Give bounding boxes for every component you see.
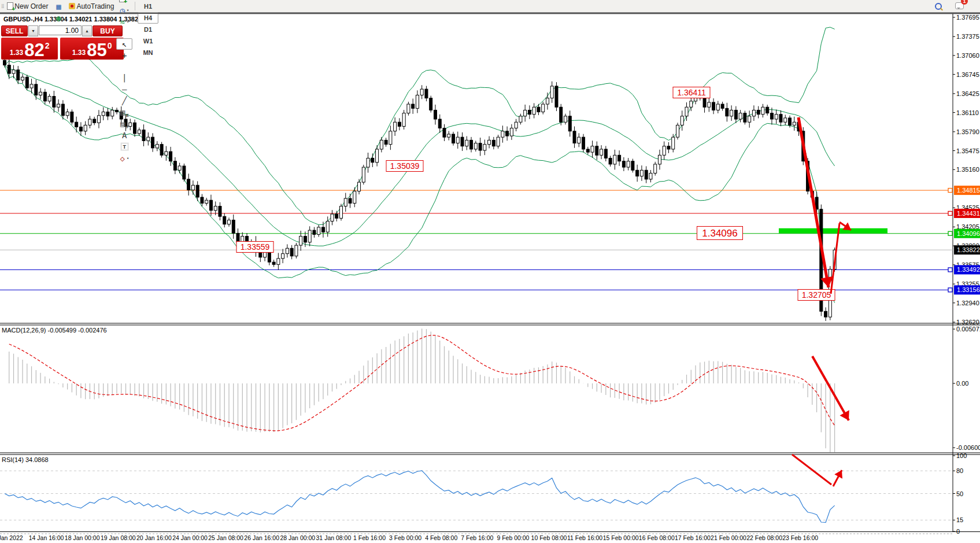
- search-icon[interactable]: [935, 3, 942, 10]
- svg-text:0: 0: [956, 528, 960, 535]
- indicators-icon[interactable]: ≈▾: [116, 16, 132, 28]
- autotrading-icon: [69, 3, 75, 9]
- drawn-arrow-6[interactable]: [833, 470, 842, 486]
- svg-text:18 Jan 00:00: 18 Jan 00:00: [65, 534, 100, 541]
- key-level-highlight[interactable]: [779, 228, 887, 234]
- rsi-pane[interactable]: [0, 471, 953, 523]
- new-order-icon: [7, 2, 13, 10]
- autotrading-button[interactable]: AutoTrading: [66, 1, 116, 12]
- svg-text:14 Jan 16:00: 14 Jan 16:00: [29, 534, 64, 541]
- macd-pane[interactable]: [9, 328, 835, 453]
- svg-text:17 Feb 16:00: 17 Feb 16:00: [675, 534, 711, 541]
- vertical-line-icon[interactable]: |: [116, 72, 132, 83]
- svg-text:1.36411: 1.36411: [677, 88, 706, 97]
- price-callout-1.35039[interactable]: 1.35039: [386, 161, 423, 172]
- svg-text:24 Jan 00:00: 24 Jan 00:00: [172, 534, 208, 541]
- channel-icon[interactable]: ▨E: [116, 106, 132, 118]
- timeframe-d1-button[interactable]: D1: [138, 24, 158, 35]
- toolbar-grip[interactable]: ⁞⁞: [0, 3, 5, 9]
- svg-text:Jan 2022: Jan 2022: [0, 534, 23, 541]
- timeframe-h1-button[interactable]: H1: [138, 1, 158, 12]
- price-callout-1.32705[interactable]: 1.32705: [798, 290, 835, 301]
- chat-button[interactable]: 1: [955, 1, 964, 12]
- buy-price-button[interactable]: 1.33 85 0: [60, 38, 124, 60]
- svg-text:31 Jan 08:00: 31 Jan 08:00: [316, 534, 352, 541]
- text-icon[interactable]: A: [116, 130, 132, 141]
- svg-text:50: 50: [956, 490, 963, 497]
- svg-text:28 Jan 00:00: 28 Jan 00:00: [280, 534, 315, 541]
- svg-text:1.37060: 1.37060: [956, 52, 979, 59]
- horizontal-line-icon[interactable]: —: [116, 83, 132, 95]
- svg-text:16 Feb 08:00: 16 Feb 08:00: [639, 534, 675, 541]
- price-callout-1.36411[interactable]: 1.36411: [673, 87, 710, 98]
- svg-text:1.35160: 1.35160: [956, 166, 979, 173]
- fibonacci-icon[interactable]: ▤F: [116, 118, 132, 130]
- toolbar: ⁞⁞ New Order ◆▦◉ AutoTrading ╫╪≀+−▦↦↠▾◷▾…: [0, 0, 980, 13]
- trendline-icon[interactable]: ╱: [116, 95, 132, 106]
- shapes-icon[interactable]: ◇▾: [116, 153, 132, 164]
- svg-text:4 Feb 08:00: 4 Feb 08:00: [425, 534, 457, 541]
- svg-text:1.35790: 1.35790: [956, 128, 979, 135]
- svg-text:1.33156: 1.33156: [957, 286, 980, 293]
- rsi-indicator-label: RSI(14) 34.0868: [2, 456, 49, 463]
- volume-input[interactable]: [39, 25, 82, 35]
- svg-text:1.37695: 1.37695: [956, 14, 979, 21]
- buy-price-big: 85: [87, 42, 106, 58]
- new-order-label: New Order: [14, 2, 48, 10]
- svg-text:80: 80: [956, 467, 963, 474]
- autotrading-label: AutoTrading: [76, 2, 114, 10]
- svg-text:-0.006003: -0.006003: [956, 444, 980, 451]
- drawn-arrow-2[interactable]: [831, 223, 840, 294]
- timeframe-w1-button[interactable]: W1: [138, 35, 158, 47]
- volume-increase-button[interactable]: ▲: [82, 25, 92, 36]
- svg-text:1 Feb 16:00: 1 Feb 16:00: [353, 534, 386, 541]
- svg-text:22 Feb 08:00: 22 Feb 08:00: [746, 534, 782, 541]
- new-template-icon[interactable]: ▾: [116, 0, 132, 5]
- macd-indicator-label: MACD(12,26,9) -0.005499 -0.002476: [2, 327, 107, 334]
- svg-text:1.34096: 1.34096: [702, 228, 737, 239]
- price-callout-1.34096[interactable]: 1.34096: [697, 227, 743, 240]
- svg-text:10 Feb 08:00: 10 Feb 08:00: [531, 534, 567, 541]
- drawn-arrow-4[interactable]: [812, 356, 849, 420]
- price-callout-1.33559[interactable]: 1.33559: [236, 242, 273, 253]
- macd-histogram: [9, 328, 835, 453]
- cursor-icon[interactable]: ↖: [116, 38, 132, 50]
- drawn-arrow-5[interactable]: [792, 455, 831, 485]
- sell-price-small: 1.33: [10, 49, 23, 57]
- svg-text:26 Jan 16:00: 26 Jan 16:00: [244, 534, 279, 541]
- chart-canvas[interactable]: 1.364111.350391.340961.335591.327051.376…: [0, 0, 980, 543]
- svg-text:15 Feb 00:00: 15 Feb 00:00: [603, 534, 639, 541]
- data-window-icon[interactable]: ▦: [50, 1, 66, 12]
- volume-decrease-button[interactable]: ▼: [28, 25, 38, 36]
- buy-price-small: 1.33: [72, 49, 86, 57]
- timeframe-mn-button[interactable]: MN: [138, 47, 158, 58]
- svg-text:23 Feb 16:00: 23 Feb 16:00: [782, 534, 818, 541]
- period-icon[interactable]: ◷▾: [116, 5, 132, 16]
- svg-text:1.32940: 1.32940: [956, 300, 979, 306]
- new-order-button[interactable]: New Order: [5, 1, 50, 12]
- svg-text:25 Jan 08:00: 25 Jan 08:00: [208, 534, 243, 541]
- svg-text:15: 15: [956, 516, 963, 523]
- svg-text:1.35039: 1.35039: [390, 161, 420, 171]
- svg-text:9 Feb 00:00: 9 Feb 00:00: [497, 534, 529, 541]
- label-icon[interactable]: T: [116, 141, 132, 153]
- chat-badge: 1: [961, 0, 968, 5]
- svg-text:1.34815: 1.34815: [957, 187, 980, 194]
- crosshair-icon[interactable]: +: [116, 50, 132, 61]
- svg-text:1.33492: 1.33492: [957, 266, 980, 273]
- sell-price-sup: 2: [45, 41, 50, 50]
- rsi-line[interactable]: [5, 471, 835, 523]
- buy-price-sup: 0: [108, 41, 112, 50]
- svg-text:1.37375: 1.37375: [956, 33, 979, 40]
- sell-price-big: 82: [24, 42, 44, 58]
- svg-text:20 Jan 16:00: 20 Jan 16:00: [136, 534, 172, 541]
- svg-text:100: 100: [956, 452, 967, 459]
- sell-price-button[interactable]: 1.33 82 2: [1, 38, 58, 60]
- sell-button[interactable]: SELL: [1, 25, 28, 36]
- svg-text:19 Jan 08:00: 19 Jan 08:00: [101, 534, 136, 541]
- time-axis[interactable]: Jan 202214 Jan 16:0018 Jan 00:0019 Jan 0…: [0, 534, 818, 541]
- svg-text:0.00: 0.00: [956, 380, 968, 387]
- svg-text:1.33559: 1.33559: [241, 242, 270, 252]
- one-click-trading-panel: SELL ▼ ▲ BUY 1.33 82 2 1.33 85 0: [1, 25, 124, 60]
- svg-text:1.34096: 1.34096: [957, 230, 980, 237]
